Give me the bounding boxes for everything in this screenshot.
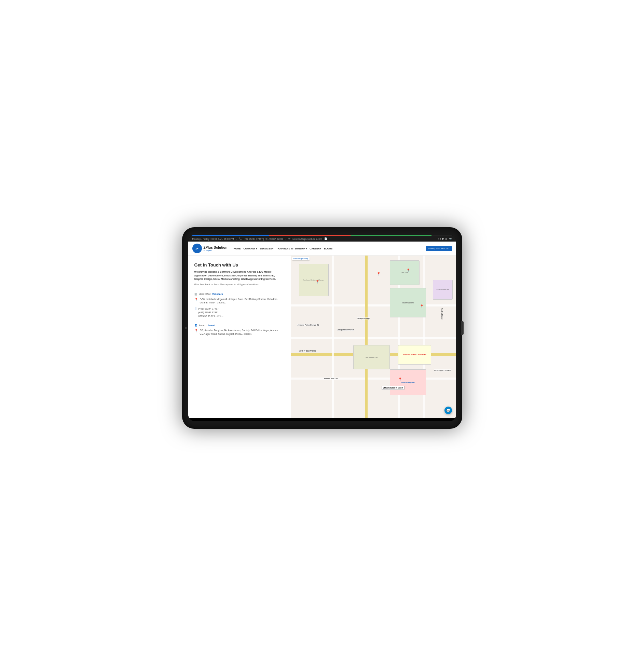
branch-location-icon: 📍 — [194, 329, 198, 332]
map-label-green: Ambica Mills Ltd — [324, 378, 338, 380]
feedback-text: Give Feedback or Send Message us for all… — [194, 283, 285, 286]
phone-icon: 📞 — [239, 237, 242, 240]
main-address: F-30, Indiabulls Megamall, Jetalpur Road… — [200, 298, 285, 305]
branch-building-icon: 👤 — [194, 324, 197, 327]
map-pin-hotel: 📍 — [420, 304, 424, 308]
linkedin-icon[interactable]: in — [446, 238, 447, 240]
youtube-icon[interactable]: ▶ — [442, 237, 444, 240]
tablet-device: Monday - Friday : 09:00 AM - 06:00 PM • … — [182, 227, 462, 429]
main-content: Get in Touch with Us We provide Website … — [188, 256, 456, 418]
map-background: Panchsheel Restaurant & Banquet Lalita T… — [291, 256, 456, 418]
top-info-bar: Monday - Friday : 09:00 AM - 06:00 PM • … — [188, 236, 456, 242]
chat-icon: 💬 — [446, 409, 450, 412]
map-label-fish: Jetalpur Fish Market — [337, 329, 354, 331]
office-suffix: - Office — [216, 315, 223, 317]
nav-training[interactable]: TRAINING & INTERNSHIP — [276, 247, 307, 250]
office-building-icon: 🏢 — [194, 293, 197, 296]
map-panel: Panchsheel Restaurant & Banquet Lalita T… — [291, 256, 456, 418]
main-office-row: 🏢 Main Office Vadodara — [194, 293, 285, 296]
tablet-screen: Monday - Friday : 09:00 AM - 06:00 PM • … — [188, 235, 456, 421]
email-icon: ✉ — [288, 237, 290, 240]
branch-address: B/6, Aashtha Bunglow, Nr. Aakashdeep Soc… — [200, 329, 285, 336]
map-label-adri: ADRI IT SOLUTIONS — [299, 350, 316, 352]
map-label-road: Jetalpur Bridge — [357, 317, 370, 319]
business-hours: Monday - Friday : 09:00 AM - 06:00 PM — [192, 238, 234, 240]
phone-office: 0265 35 93 821 - Office — [198, 314, 223, 318]
phone-grid-icon: ⠿ — [194, 307, 197, 311]
logo-text: ZPlus Solution — [204, 246, 228, 249]
branch-address-row: 📍 B/6, Aashtha Bunglow, Nr. Aakashdeep S… — [194, 329, 285, 336]
branch-city[interactable]: Anand — [208, 324, 215, 327]
map-pin-zplus: 📍 — [398, 378, 402, 381]
front-camera — [185, 327, 187, 329]
map-pin-2: 📍 — [376, 272, 381, 276]
phone-numbers: +91 96244 37467 | +91 99987 92391 — [244, 238, 283, 240]
nav-links: HOME COMPANY SERVICES TRAINING & INTERNS… — [234, 247, 423, 250]
divider-2 — [194, 321, 285, 321]
page-heading: Get in Touch with Us — [194, 262, 285, 268]
map-pin-1: 📍 — [315, 280, 319, 284]
road-label-padra: Padra Road — [441, 308, 443, 319]
main-address-row: 📍 F-30, Indiabulls Megamall, Jetalpur Ro… — [194, 298, 285, 305]
send-icon: ✈ — [428, 247, 430, 250]
side-button — [461, 321, 464, 335]
facebook-icon[interactable]: f — [438, 238, 439, 240]
nav-company[interactable]: COMPANY — [244, 247, 257, 250]
view-larger-map-button[interactable]: View larger map — [292, 257, 310, 260]
service-description: We provide Website & Software Developmen… — [194, 270, 285, 281]
nav-home[interactable]: HOME — [234, 247, 241, 250]
logo-area[interactable]: Z+ ZPlus Solution IT Expert — [192, 244, 228, 253]
color-bar — [188, 235, 456, 236]
navigation-bar: Z+ ZPlus Solution IT Expert HOME COMPANY… — [188, 242, 456, 256]
branch-office-row: 👤 Branch Anand — [194, 324, 285, 327]
email-address: solution@zplussolution.com — [292, 238, 322, 240]
doc-icon: 📄 — [324, 237, 327, 240]
contact-panel: Get in Touch with Us We provide Website … — [188, 256, 291, 418]
instagram-icon[interactable]: 📷 — [449, 237, 452, 240]
map-label-police: Jetalpur Police Chowki Rd — [297, 324, 319, 326]
main-office-city[interactable]: Vadodara — [212, 293, 223, 295]
phone-1[interactable]: (+91) 96244 37467 — [198, 307, 223, 311]
phone-row: ⠿ (+91) 96244 37467 (+91) 99987 92391 02… — [194, 307, 285, 318]
zplus-marker-label: ZPlus Solution IT Expert — [382, 386, 405, 390]
map-label-first-flight: First Flight Couriers — [434, 369, 451, 371]
chat-button[interactable]: 💬 — [444, 407, 452, 414]
phone-3[interactable]: 0265 35 93 821 — [198, 315, 215, 317]
twitter-icon[interactable]: t — [440, 238, 441, 240]
logo-icon: Z+ — [192, 244, 202, 253]
nav-services[interactable]: SERVICES — [260, 247, 273, 250]
phone-2[interactable]: (+91) 99987 92391 — [198, 311, 223, 314]
nav-career[interactable]: CAREER — [310, 247, 321, 250]
branch-label: Branch — [199, 324, 206, 327]
nav-blogs[interactable]: BLOGS — [324, 247, 332, 250]
logo-subtext: IT Expert — [204, 249, 228, 251]
office-label: Main Office — [199, 293, 211, 295]
map-pin-3: 📍 — [406, 269, 410, 272]
divider-1 — [194, 290, 285, 290]
request-pricing-button[interactable]: ✈ REQUEST PRICING — [426, 246, 452, 251]
location-pin-icon: 📍 — [194, 298, 198, 301]
